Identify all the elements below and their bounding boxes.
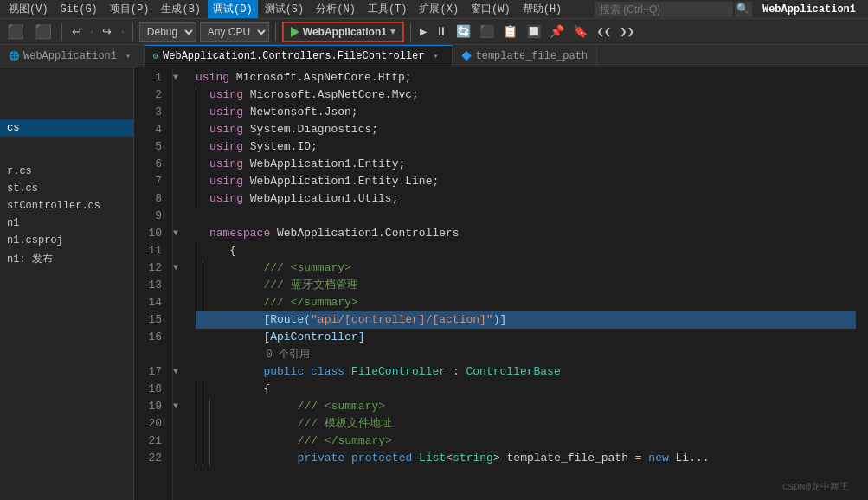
type-list-22: List: [419, 450, 446, 467]
toolbar-icon-5[interactable]: 📋: [500, 22, 520, 41]
tab-filecontroller-arrow[interactable]: ▾: [429, 51, 443, 61]
app-title: WebApplication1: [754, 3, 865, 16]
tab-templatepath[interactable]: 🔷 template_file_path: [453, 45, 598, 67]
sidebar-item-rcs[interactable]: r.cs: [0, 163, 133, 180]
kw-using-6: using: [209, 156, 243, 173]
toolbar-separator-undo: ·: [88, 25, 95, 39]
indent-21b: [203, 433, 209, 450]
toolbar-icon-10[interactable]: ❯❯: [617, 22, 637, 41]
indent-3: [196, 104, 209, 121]
tab-webapp-arrow[interactable]: ▾: [121, 51, 135, 61]
indent-12b: [203, 260, 209, 277]
sidebar: cs r.cs st.cs stController.cs n1 n1.cspr…: [0, 67, 134, 500]
menu-view[interactable]: 视图(V): [3, 0, 54, 18]
menu-debug[interactable]: 调试(D): [208, 0, 258, 18]
sidebar-item-n1csproj[interactable]: n1.csproj: [0, 232, 133, 249]
sidebar-item-n1[interactable]: n1: [0, 215, 133, 232]
comment-14: ///: [209, 294, 291, 311]
toolbar-icon-4[interactable]: ⬛: [477, 22, 497, 41]
indent-15b: [203, 311, 209, 329]
menu-analyze[interactable]: 分析(N): [311, 0, 361, 18]
sidebar-item-n1publish[interactable]: n1: 发布: [0, 249, 133, 269]
toolbar-icon-7[interactable]: 📌: [547, 22, 567, 41]
code-line-8: using WebApplication1.Utils;: [196, 190, 856, 208]
indent-11: [196, 242, 203, 260]
fold-17[interactable]: ▼: [173, 363, 187, 381]
run-button[interactable]: WebApplication1 ▾: [282, 22, 404, 42]
tab-webapp-label: WebApplication1: [23, 50, 117, 62]
tab-webapp-icon: 🌐: [9, 51, 19, 61]
toolbar-icon-1[interactable]: ▶: [417, 22, 429, 41]
indent-16a: [196, 329, 203, 346]
code-line-9: [196, 208, 856, 225]
kw-new-22: new: [648, 450, 668, 467]
play-icon: [291, 27, 299, 37]
type-string-22: string: [453, 450, 493, 467]
scroll-gutter[interactable]: [856, 67, 868, 500]
code-line-11: {: [196, 242, 856, 260]
menu-tools[interactable]: 工具(T): [363, 0, 413, 18]
xmltag-14: </summary>: [291, 294, 358, 311]
menu-extensions[interactable]: 扩展(X): [414, 0, 464, 18]
indent-16b: [203, 329, 209, 346]
toolbar-icon-3[interactable]: 🔄: [453, 22, 473, 41]
run-dropdown-arrow[interactable]: ▾: [390, 26, 395, 37]
toolbar-icon-9[interactable]: ❮❮: [594, 22, 614, 41]
debug-config-select[interactable]: Debug: [139, 22, 196, 42]
menu-test[interactable]: 测试(S): [260, 0, 310, 18]
tab-webapp[interactable]: 🌐 WebApplication1 ▾: [0, 45, 145, 67]
menu-window[interactable]: 窗口(W): [466, 0, 516, 18]
kw-using-5: using: [209, 138, 243, 156]
code-line-3: using Newtonsoft.Json;: [196, 104, 856, 121]
comment-13: /// 蓝牙文档管理: [209, 277, 358, 294]
menu-git[interactable]: Git(G): [55, 2, 103, 17]
indent-6: [196, 156, 209, 173]
toolbar-icon-6[interactable]: 🔲: [524, 22, 543, 41]
type-filecontroller: FileController: [351, 363, 446, 381]
code-line-17: public class FileController : Controller…: [196, 363, 856, 381]
tab-templatepath-icon: 🔷: [461, 51, 472, 61]
sidebar-item-stcontroller[interactable]: stController.cs: [0, 197, 133, 215]
code-line-1: using Microsoft.AspNetCore.Http;: [196, 69, 856, 87]
indent-22a: [196, 450, 203, 467]
toolbar-icon-2[interactable]: ⏸: [433, 23, 450, 41]
redo-action-button[interactable]: ↪: [99, 24, 115, 39]
kw-protected-22: protected: [351, 450, 412, 467]
comment-19: ///: [216, 398, 325, 415]
menu-project[interactable]: 项目(P): [105, 0, 155, 18]
sidebar-item-cs[interactable]: cs: [0, 119, 133, 137]
kw-public-17: public: [209, 363, 304, 381]
undo-button[interactable]: ⬛: [3, 23, 28, 41]
menu-help[interactable]: 帮助(H): [518, 0, 568, 18]
menu-build[interactable]: 生成(B): [156, 0, 206, 18]
tab-filecontroller-label: WebApplication1.Controllers.FileControll…: [163, 50, 424, 62]
code-line-7: using WebApplication1.Entity.Line;: [196, 173, 856, 190]
indent-8: [196, 190, 209, 208]
toolbar: ⬛ ⬛ ↩ · ↪ · Debug Any CPU WebApplication…: [0, 19, 868, 45]
platform-select[interactable]: Any CPU: [200, 22, 269, 42]
fold-19[interactable]: ▼: [173, 398, 187, 415]
code-line-20: /// 模板文件地址: [196, 415, 856, 433]
fold-1[interactable]: ▼: [173, 69, 187, 87]
menu-bar: 视图(V) Git(G) 项目(P) 生成(B) 调试(D) 测试(S) 分析(…: [0, 0, 868, 19]
code-line-18: {: [196, 381, 856, 398]
tab-filecontroller-icon: ⚙: [153, 51, 158, 61]
fold-gutter: ▼ ▼ ▼ ▼ ▼: [173, 67, 187, 500]
xmltag-19: <summary>: [325, 398, 385, 415]
kw-using-3: using: [209, 104, 243, 121]
toolbar-btn2[interactable]: ⬛: [31, 23, 55, 41]
toolbar-separator-redo: ·: [119, 25, 125, 39]
code-line-22: private protected List < string > templa…: [196, 450, 856, 467]
fold-10[interactable]: ▼: [173, 225, 187, 242]
tab-filecontroller[interactable]: ⚙ WebApplication1.Controllers.FileContro…: [145, 45, 452, 67]
code-content[interactable]: using Microsoft.AspNetCore.Http; using M…: [187, 67, 856, 500]
code-line-13: /// 蓝牙文档管理: [196, 277, 856, 294]
indent-20b: [203, 415, 209, 433]
search-button[interactable]: 🔍: [735, 2, 752, 17]
undo-action-button[interactable]: ↩: [68, 24, 85, 39]
fold-12[interactable]: ▼: [173, 260, 187, 277]
kw-using-2: using: [209, 87, 243, 104]
search-input[interactable]: [595, 2, 733, 17]
sidebar-item-stcs[interactable]: st.cs: [0, 180, 133, 197]
toolbar-icon-8[interactable]: 🔖: [570, 22, 590, 41]
